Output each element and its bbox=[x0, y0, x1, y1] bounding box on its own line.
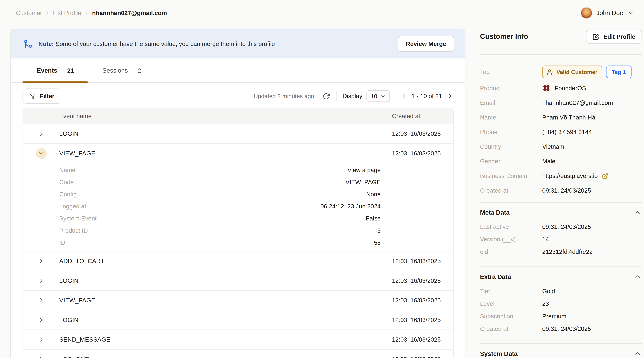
detail-value: 06:24:12, 23 Jun 2024 bbox=[320, 203, 380, 209]
event-created-at: 12:03, 16/03/2025 bbox=[392, 356, 453, 358]
chevron-right-icon[interactable] bbox=[38, 258, 44, 264]
info-label: Email bbox=[480, 99, 542, 106]
toolbar-divider bbox=[336, 92, 336, 101]
chevron-right-icon[interactable] bbox=[38, 356, 44, 358]
page-size-value: 10 bbox=[371, 93, 377, 100]
info-row-tag: Tag Valid Customer Tag 1 bbox=[480, 66, 642, 78]
event-row[interactable]: LOGIN 12:03, 16/03/2025 bbox=[23, 271, 453, 290]
tab-sessions-count: 2 bbox=[138, 67, 141, 74]
event-row[interactable]: ADD_TO_CART 12:03, 16/03/2025 bbox=[23, 251, 453, 271]
section-meta-data-header[interactable]: Meta Data bbox=[480, 203, 642, 222]
event-detail-row: Name View a page bbox=[23, 164, 453, 176]
section-row: Created at 09:31, 24/03/2025 bbox=[480, 324, 642, 333]
info-label: Created at bbox=[480, 187, 542, 194]
chevron-up-icon[interactable] bbox=[634, 209, 641, 216]
info-row-country: Country Vietnam bbox=[480, 142, 642, 151]
breadcrumb-separator: / bbox=[86, 10, 88, 16]
chevron-up-icon[interactable] bbox=[634, 350, 641, 357]
tab-events[interactable]: Events 21 bbox=[22, 59, 88, 82]
detail-value: VIEW_PAGE bbox=[346, 179, 380, 185]
chevron-right-icon bbox=[446, 92, 454, 100]
country-value: Vietnam bbox=[542, 143, 642, 150]
detail-label: System Event bbox=[59, 215, 96, 222]
detail-value: None bbox=[366, 191, 381, 197]
merge-banner-text: Note: Some of your customer have the sam… bbox=[38, 41, 275, 47]
note-text: Some of your customer have the same valu… bbox=[56, 41, 275, 47]
breadcrumb-current-email: nhannhan027@gmail.com bbox=[92, 10, 167, 16]
chevron-right-icon[interactable] bbox=[38, 297, 44, 304]
info-label: Gender bbox=[480, 158, 542, 165]
pagination-prev-button[interactable] bbox=[400, 92, 407, 100]
info-label: Subscription bbox=[480, 312, 542, 321]
business-domain-link[interactable]: https://eastplayers.io bbox=[542, 172, 598, 179]
event-row[interactable]: LOG_OUT 12:03, 16/03/2025 bbox=[23, 349, 453, 358]
email-value: nhannhan027@gmail.com bbox=[542, 99, 642, 106]
detail-value: 58 bbox=[374, 239, 380, 246]
user-menu[interactable]: John Doe bbox=[580, 7, 634, 19]
event-created-at: 12:03, 16/03/2025 bbox=[392, 258, 453, 264]
info-row-gender: Gender Male bbox=[480, 157, 642, 166]
section-system-data-header[interactable]: System Data bbox=[480, 344, 642, 358]
section-extra-data-header[interactable]: Extra Data bbox=[480, 267, 642, 286]
event-name: LOGIN bbox=[59, 277, 392, 284]
section-system-data: System Data bbox=[480, 343, 642, 358]
chevron-right-icon[interactable] bbox=[38, 316, 44, 323]
section-row: oid 212312fdj4ddfre22 bbox=[480, 248, 642, 256]
chevron-up-icon[interactable] bbox=[634, 273, 641, 280]
event-row[interactable]: LOGIN 12:03, 16/03/2025 bbox=[23, 310, 453, 330]
chevron-right-icon[interactable] bbox=[38, 336, 44, 343]
clover-icon bbox=[542, 84, 550, 92]
refresh-icon bbox=[322, 93, 330, 100]
section-extra-data: Extra Data Tier Gold Level 23 Subscripti… bbox=[480, 266, 642, 339]
customer-info-title: Customer Info bbox=[480, 33, 528, 41]
detail-label: Code bbox=[59, 179, 74, 185]
events-panel: Note: Some of your customer have the sam… bbox=[10, 29, 466, 358]
event-name: LOGIN bbox=[59, 130, 392, 137]
detail-value: 3 bbox=[377, 227, 381, 234]
tag1-badge[interactable]: Tag 1 bbox=[606, 66, 631, 78]
info-label: Country bbox=[480, 143, 542, 150]
info-value: Premium bbox=[542, 312, 642, 321]
tab-events-count: 21 bbox=[67, 67, 74, 74]
event-detail-row: Logged at 06:24:12, 23 Jun 2024 bbox=[23, 200, 453, 212]
event-created-at: 12:03, 16/03/2025 bbox=[392, 150, 453, 157]
section-row: Level 23 bbox=[480, 299, 642, 308]
detail-value: View a page bbox=[348, 166, 381, 173]
event-row[interactable]: LOGIN 12:03, 16/03/2025 bbox=[23, 124, 453, 143]
display-label: Display bbox=[342, 93, 362, 100]
filter-button[interactable]: Filter bbox=[22, 89, 62, 104]
event-row[interactable]: SEND_MESSAGE 12:03, 16/03/2025 bbox=[23, 329, 453, 349]
breadcrumb-customer[interactable]: Customer bbox=[16, 10, 42, 16]
valid-customer-badge[interactable]: Valid Customer bbox=[542, 66, 602, 78]
created-at-value: 09:31, 24/03/2025 bbox=[542, 187, 642, 194]
tab-sessions[interactable]: Sessions 2 bbox=[88, 59, 156, 82]
info-value: 09:31, 24/03/2025 bbox=[542, 324, 642, 333]
event-row-expanded[interactable]: VIEW_PAGE 12:03, 16/03/2025 bbox=[23, 143, 453, 163]
edit-profile-button[interactable]: Edit Profile bbox=[586, 30, 642, 44]
external-link-icon[interactable] bbox=[602, 173, 608, 179]
breadcrumb-separator: / bbox=[47, 10, 48, 16]
edit-profile-label: Edit Profile bbox=[603, 34, 635, 40]
customer-info-header: Customer Info Edit Profile bbox=[480, 29, 642, 45]
info-label: Product bbox=[480, 85, 542, 92]
info-row-name: Name Phạm Võ Thanh Hải bbox=[480, 113, 642, 122]
info-label: Tier bbox=[480, 287, 542, 296]
info-row-business-domain: Business Domain https://eastplayers.io bbox=[480, 171, 642, 180]
breadcrumb-list-profile[interactable]: List Profile bbox=[53, 10, 81, 16]
chevron-down-icon bbox=[627, 10, 634, 16]
note-label: Note: bbox=[38, 41, 54, 47]
chevron-right-icon[interactable] bbox=[38, 130, 44, 137]
chevron-down-icon[interactable] bbox=[36, 148, 46, 159]
event-row[interactable]: VIEW_PAGE 12:03, 16/03/2025 bbox=[23, 290, 453, 310]
page-size-select[interactable]: 10 bbox=[366, 90, 390, 102]
review-merge-button[interactable]: Review Merge bbox=[398, 36, 454, 52]
event-detail-row: Product ID 3 bbox=[23, 224, 453, 236]
pagination-next-button[interactable] bbox=[446, 92, 454, 100]
info-row-phone: Phone (+84) 37 594 3144 bbox=[480, 127, 642, 137]
info-value: Gold bbox=[542, 287, 642, 296]
user-name: John Doe bbox=[596, 9, 623, 17]
chevron-right-icon[interactable] bbox=[38, 277, 44, 284]
event-detail-row: Config None bbox=[23, 188, 453, 200]
info-label: oid bbox=[480, 248, 542, 256]
refresh-button[interactable] bbox=[322, 92, 330, 101]
